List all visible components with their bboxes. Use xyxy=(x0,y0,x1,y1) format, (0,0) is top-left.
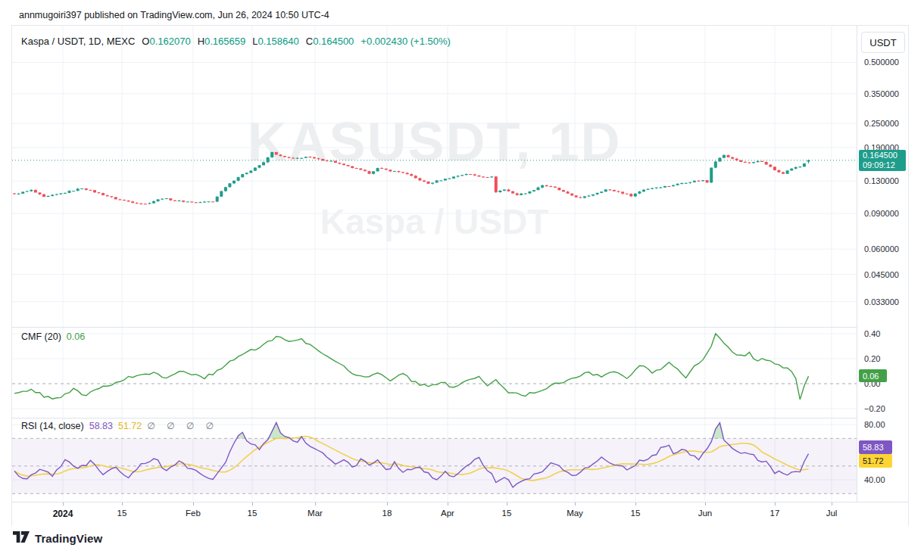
legend-open: O0.162070 xyxy=(142,36,190,47)
symbol-title[interactable]: Kaspa / USDT, 1D, MEXC xyxy=(21,36,135,47)
axis-tick-label: 0.500000 xyxy=(864,58,899,67)
axis-tick-label: 80.00 xyxy=(864,420,885,429)
time-axis-tick xyxy=(193,502,194,506)
time-axis-label: Apr xyxy=(441,509,454,518)
rsi-series xyxy=(12,422,857,493)
price-axis[interactable]: USDT 0.16450009:09:12 0.06 58.83 51.72 0… xyxy=(857,26,909,502)
time-axis-label: 15 xyxy=(502,509,512,518)
rsi-title[interactable]: RSI (14, close) xyxy=(21,421,84,431)
time-axis-label: 18 xyxy=(382,509,392,518)
time-axis-label: Feb xyxy=(186,509,201,518)
axis-tick-label: 0.045000 xyxy=(864,270,899,279)
axis-tick-label: 0.090000 xyxy=(864,209,899,218)
time-axis-label: Mar xyxy=(307,509,323,518)
tradingview-icon xyxy=(13,531,30,546)
axis-tick-label: 0.130000 xyxy=(864,176,899,185)
time-axis-label: 2024 xyxy=(53,509,73,519)
time-axis-tick xyxy=(122,502,123,506)
cmf-value-badge: 0.06 xyxy=(859,369,887,382)
rsi-value-badge: 58.83 xyxy=(859,440,892,454)
time-axis-label: 17 xyxy=(770,509,780,518)
time-axis[interactable]: 202415Feb15Mar18Apr15May15Jun17Jul xyxy=(12,502,908,526)
cmf-value: 0.06 xyxy=(67,331,85,342)
rsi-hidden-values: ∅ ∅ ∅ ∅ xyxy=(147,421,218,431)
time-axis-tick xyxy=(63,502,64,506)
cmf-title[interactable]: CMF (20) xyxy=(21,331,61,342)
time-axis-label: 15 xyxy=(631,509,641,518)
time-axis-label: Jun xyxy=(698,509,713,518)
chart-plot-area[interactable]: KASUSDT, 1D Kaspa / USDT Kaspa / USDT, 1… xyxy=(12,26,857,502)
time-axis-label: 15 xyxy=(248,509,258,518)
time-axis-tick xyxy=(315,502,316,506)
time-axis-tick xyxy=(705,502,706,506)
currency-toggle-button[interactable]: USDT xyxy=(861,32,905,53)
time-axis-label: 15 xyxy=(117,509,127,518)
time-axis-tick xyxy=(252,502,253,506)
candlestick-series xyxy=(13,152,810,204)
time-axis-tick xyxy=(507,502,507,506)
chart-frame: KASUSDT, 1D Kaspa / USDT Kaspa / USDT, 1… xyxy=(11,25,909,526)
legend-change: +0.002430 (+1.50%) xyxy=(361,36,451,47)
legend-close: C0.164500 xyxy=(306,36,354,47)
axis-tick-label: 0.060000 xyxy=(864,244,899,254)
axis-tick-label: 0.350000 xyxy=(864,89,899,98)
time-axis-tick xyxy=(775,502,776,506)
tradingview-logo-link[interactable]: TradingView xyxy=(13,531,102,546)
time-axis-tick xyxy=(575,502,576,506)
time-axis-tick xyxy=(448,502,448,506)
time-axis-tick xyxy=(635,502,636,506)
rsi-ma-value-badge: 51.72 xyxy=(859,454,892,468)
published-line: annmugoiri397 published on TradingView.c… xyxy=(19,10,329,20)
tradingview-brand-text: TradingView xyxy=(35,532,102,545)
axis-tick-label: −0.20 xyxy=(864,404,885,413)
rsi-value: 58.83 xyxy=(89,421,113,431)
current-price-badge: 0.16450009:09:12 xyxy=(859,150,906,171)
cmf-series xyxy=(12,334,857,400)
cmf-legend: CMF (20) 0.06 xyxy=(21,331,85,342)
axis-tick-label: 0.250000 xyxy=(864,119,899,128)
axis-tick-label: 0.40 xyxy=(864,329,880,338)
time-axis-tick xyxy=(387,502,388,506)
time-axis-label: May xyxy=(567,509,583,518)
axis-tick-label: 40.00 xyxy=(864,475,885,484)
legend-low: L0.158640 xyxy=(252,36,298,47)
symbol-legend: Kaspa / USDT, 1D, MEXC O0.162070 H0.1656… xyxy=(21,36,451,47)
legend-high: H0.165659 xyxy=(198,36,246,47)
axis-tick-label: 0.20 xyxy=(864,354,880,363)
axis-tick-label: 0.033000 xyxy=(864,297,899,306)
time-axis-label: Jul xyxy=(826,509,838,518)
time-axis-tick xyxy=(832,502,832,506)
rsi-ma-value: 51.72 xyxy=(118,421,142,431)
rsi-legend: RSI (14, close) 58.83 51.72 ∅ ∅ ∅ ∅ xyxy=(21,421,218,431)
